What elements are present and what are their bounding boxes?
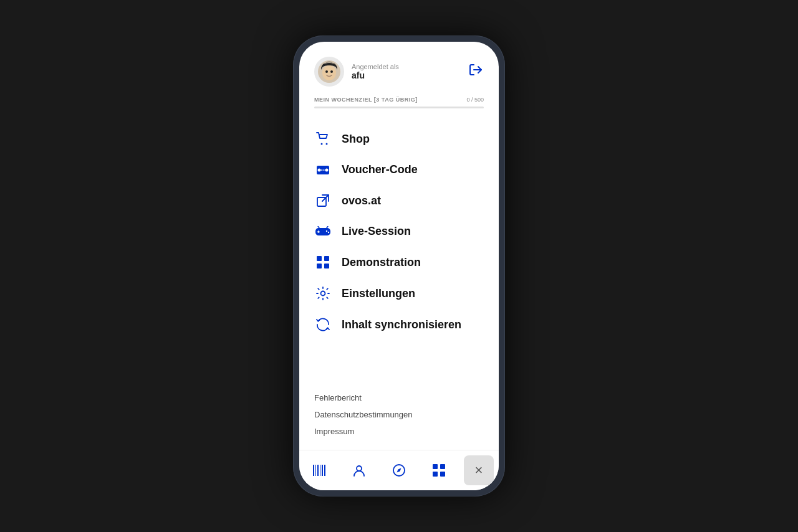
- user-text: Angemeldet als afu: [352, 63, 399, 80]
- svg-point-14: [326, 230, 327, 231]
- demos-nav-icon: [432, 463, 446, 477]
- ticket-icon: [314, 165, 332, 175]
- username: afu: [352, 70, 399, 80]
- menu-item-voucher[interactable]: Voucher-Code: [299, 154, 499, 185]
- grid-icon: [314, 255, 332, 269]
- logout-button[interactable]: [468, 62, 484, 82]
- svg-rect-13: [317, 231, 320, 232]
- menu-item-ovos[interactable]: ovos.at: [299, 185, 499, 216]
- svg-line-16: [318, 226, 319, 228]
- progress-bar-background: [314, 107, 484, 108]
- svg-rect-27: [322, 465, 323, 476]
- weekly-goal-label: MEIN WOCHENZIEL [3 TAG ÜBRIG]: [314, 97, 418, 103]
- menu-label-ovos: ovos.at: [342, 194, 381, 207]
- profile-nav-icon: [352, 463, 366, 477]
- weekly-goal: MEIN WOCHENZIEL [3 TAG ÜBRIG] 0 / 500: [299, 97, 499, 118]
- svg-point-7: [318, 168, 321, 171]
- svg-rect-32: [440, 464, 445, 469]
- svg-rect-28: [324, 465, 325, 476]
- phone-screen: Angemeldet als afu MEIN WOCHENZIEL [3: [299, 42, 499, 490]
- link-fehlerbericht[interactable]: Fehlerbericht: [314, 389, 484, 406]
- avatar: [314, 57, 344, 87]
- close-icon: ×: [475, 462, 483, 478]
- sync-icon: [314, 318, 332, 331]
- weekly-goal-value: 0 / 500: [466, 97, 484, 103]
- link-datenschutz[interactable]: Datenschutzbestimmungen: [314, 406, 484, 423]
- svg-rect-19: [324, 256, 329, 261]
- menu-item-shop[interactable]: Shop: [299, 123, 499, 154]
- svg-rect-34: [440, 472, 445, 477]
- svg-point-4: [321, 143, 323, 145]
- svg-point-29: [357, 466, 362, 471]
- weekly-goal-header: MEIN WOCHENZIEL [3 TAG ÜBRIG] 0 / 500: [314, 97, 484, 103]
- screen-content: Angemeldet als afu MEIN WOCHENZIEL [3: [299, 42, 499, 450]
- svg-point-3: [330, 70, 333, 73]
- cart-icon: [314, 132, 332, 146]
- external-link-icon: [314, 194, 332, 207]
- menu-label-shop: Shop: [342, 133, 370, 146]
- svg-rect-21: [324, 264, 329, 268]
- nav-profile[interactable]: [344, 455, 374, 485]
- svg-point-22: [321, 292, 325, 296]
- svg-rect-31: [433, 464, 438, 469]
- menu-item-live-session[interactable]: Live-Session: [299, 216, 499, 247]
- menu-label-voucher: Voucher-Code: [342, 163, 418, 176]
- menu-label-demonstration: Demonstration: [342, 256, 421, 269]
- menu-item-demonstration[interactable]: Demonstration: [299, 247, 499, 278]
- svg-point-5: [326, 143, 328, 145]
- menu-item-sync[interactable]: Inhalt synchronisieren: [299, 309, 499, 340]
- link-impressum[interactable]: Impressum: [314, 423, 484, 440]
- svg-rect-18: [317, 256, 322, 261]
- gamepad-icon: [314, 226, 332, 237]
- menu-section: Shop Voucher-Code: [299, 118, 499, 384]
- svg-rect-24: [315, 465, 316, 476]
- svg-point-8: [325, 168, 329, 171]
- nav-close[interactable]: ×: [464, 455, 494, 485]
- compass-icon: [392, 463, 406, 477]
- phone-device: Angemeldet als afu MEIN WOCHENZIEL [3: [293, 36, 505, 496]
- svg-rect-33: [433, 472, 438, 477]
- menu-label-live-session: Live-Session: [342, 225, 411, 238]
- svg-rect-26: [320, 465, 320, 476]
- user-info: Angemeldet als afu: [314, 57, 399, 87]
- svg-point-15: [328, 231, 329, 232]
- gear-icon: [314, 287, 332, 300]
- nav-barcode[interactable]: [304, 455, 334, 485]
- barcode-icon: [312, 463, 326, 477]
- svg-rect-20: [317, 264, 322, 268]
- svg-point-2: [325, 70, 328, 73]
- menu-item-einstellungen[interactable]: Einstellungen: [299, 278, 499, 309]
- svg-rect-23: [313, 465, 314, 476]
- user-header: Angemeldet als afu: [299, 42, 499, 97]
- bottom-nav: ×: [299, 450, 499, 490]
- secondary-links: Fehlerbericht Datenschutzbestimmungen Im…: [299, 384, 499, 450]
- logged-in-label: Angemeldet als: [352, 63, 399, 70]
- svg-point-1: [322, 65, 336, 80]
- menu-label-sync: Inhalt synchronisieren: [342, 318, 461, 331]
- svg-rect-25: [317, 465, 319, 476]
- menu-label-einstellungen: Einstellungen: [342, 287, 415, 300]
- nav-compass[interactable]: [384, 455, 414, 485]
- svg-line-17: [327, 226, 328, 228]
- nav-demos[interactable]: [424, 455, 454, 485]
